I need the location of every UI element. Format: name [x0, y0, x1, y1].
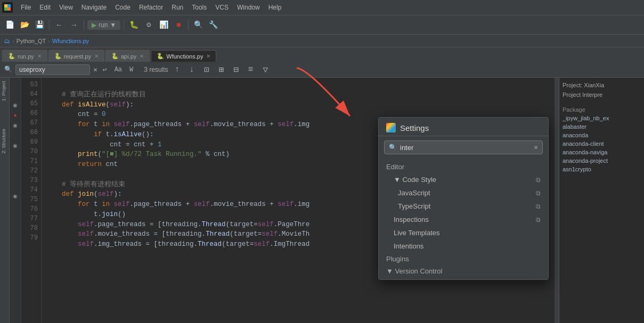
tab-api-py[interactable]: 🐍 api.py ✕ — [105, 50, 150, 62]
gutter-75 — [10, 201, 21, 211]
search-everywhere-button[interactable]: 🔍 — [192, 19, 205, 31]
settings-button[interactable]: 🔧 — [207, 19, 219, 31]
gutter: ◉ ● ◉ ◉ ◉ — [10, 78, 21, 323]
line-numbers: 63 64 65 66 67 68 69 70 71 72 73 74 75 7… — [21, 78, 42, 323]
tab-request-close[interactable]: ✕ — [94, 53, 99, 59]
run-button[interactable]: ▶ run ▼ — [87, 20, 120, 30]
back-button[interactable]: ← — [53, 19, 66, 31]
tab-api-close[interactable]: ✕ — [140, 53, 144, 59]
search-icon: 🔍 — [389, 144, 397, 152]
menu-edit[interactable]: Edit — [36, 3, 54, 12]
find-opt2[interactable]: ⊟ — [230, 63, 242, 76]
find-word[interactable]: W — [127, 65, 135, 74]
find-opt1[interactable]: ⊞ — [215, 63, 227, 76]
tab-run-py[interactable]: 🐍 run.py ✕ — [2, 50, 47, 62]
pkg-anaconda[interactable]: anaconda — [563, 131, 641, 139]
separator-3 — [124, 20, 124, 30]
run-dropdown-icon: ▼ — [110, 21, 116, 29]
gutter-72 — [10, 171, 21, 181]
menu-navigate[interactable]: Navigate — [78, 3, 110, 12]
find-filter[interactable]: ▽ — [259, 63, 271, 76]
pkg-asn1crypto[interactable]: asn1crypto — [563, 165, 641, 173]
gutter-71 — [10, 161, 21, 171]
gutter-65: ◉ — [10, 100, 21, 110]
menu-vcs[interactable]: VCS — [211, 3, 232, 12]
menu-help[interactable]: Help — [265, 3, 286, 12]
find-prev[interactable]: ↑ — [172, 64, 183, 76]
tab-run-close[interactable]: ✕ — [37, 53, 42, 59]
pkg-ipyw[interactable]: _ipyw_jlab_nb_ex — [563, 114, 641, 122]
pkg-anaconda-naviga[interactable]: anaconda-naviga — [563, 148, 641, 156]
search-clear-icon[interactable]: ✕ — [534, 143, 538, 152]
javascript-label: JavaScript — [398, 189, 430, 197]
new-file-button[interactable]: 📄 — [3, 19, 16, 31]
find-clear[interactable]: ✕ — [93, 65, 97, 74]
menu-code[interactable]: Code — [111, 3, 134, 12]
menu-window[interactable]: Window — [233, 3, 264, 12]
settings-intentions[interactable]: Intentions — [379, 239, 548, 253]
bc-sep-1: › — [12, 38, 14, 44]
menu-view[interactable]: View — [55, 3, 77, 12]
gutter-69: ◉ — [10, 140, 21, 151]
pkg-alabaster[interactable]: alabaster — [563, 122, 641, 131]
stop-button[interactable]: ■ — [172, 19, 185, 31]
breadcrumb-file[interactable]: Wfunctions.py — [52, 38, 89, 44]
separator-2 — [84, 20, 84, 30]
gutter-66: ● — [10, 110, 21, 120]
settings-title-bar: Settings — [379, 118, 548, 136]
coverage-button[interactable]: ⚙ — [142, 19, 155, 31]
find-regex[interactable]: ↩ — [101, 64, 109, 75]
live-templates-label: Live Templates — [394, 229, 439, 237]
tab-request-py[interactable]: 🐍 request.py ✕ — [48, 50, 104, 62]
left-sidebar: 1: Project 2: Structure — [0, 78, 10, 323]
separator-1 — [49, 20, 50, 30]
breadcrumb-project[interactable]: 🗂 — [4, 38, 10, 44]
find-input[interactable] — [15, 64, 90, 75]
code-style-label: ▼ Code Style — [394, 176, 436, 184]
gutter-73 — [10, 181, 21, 191]
debug-button[interactable]: 🐛 — [127, 19, 140, 31]
sidebar-structure[interactable]: 2: Structure — [0, 126, 9, 157]
run-label: run — [99, 21, 108, 29]
gutter-70 — [10, 151, 21, 161]
menu-refactor[interactable]: Refactor — [135, 3, 167, 12]
save-button[interactable]: 💾 — [33, 19, 46, 31]
find-next[interactable]: ↓ — [186, 64, 198, 76]
open-button[interactable]: 📂 — [18, 19, 31, 31]
settings-inspections[interactable]: Inspections ⧉ — [379, 213, 548, 226]
settings-typescript[interactable]: TypeScript ⧉ — [379, 200, 548, 213]
profile-button[interactable]: 📊 — [157, 19, 170, 31]
editor-scrollbar[interactable] — [555, 78, 559, 323]
tab-wfunctions-py[interactable]: 🐍 Wfunctions.py ✕ — [151, 50, 216, 62]
pkg-anaconda-client[interactable]: anaconda-client — [563, 139, 641, 148]
menu-run[interactable]: Run — [168, 3, 187, 12]
find-case[interactable]: Aa — [112, 65, 124, 74]
pkg-anaconda-project[interactable]: anaconda-project — [563, 156, 641, 165]
breadcrumb-python-qt[interactable]: Python_QT — [17, 38, 46, 44]
settings-vc-section: ▼ Version Control — [379, 265, 548, 277]
settings-search-input[interactable] — [400, 144, 531, 152]
settings-live-templates[interactable]: Live Templates — [379, 226, 548, 239]
settings-list: Editor ▼ Code Style ⧉ JavaScript ⧉ TypeS… — [379, 159, 548, 279]
settings-code-style[interactable]: ▼ Code Style ⧉ — [379, 173, 548, 186]
bc-sep-2: › — [48, 38, 50, 44]
forward-button[interactable]: → — [68, 19, 80, 31]
tab-wfunctions-icon: 🐍 — [157, 53, 164, 60]
typescript-icon: ⧉ — [536, 203, 541, 210]
gutter-68 — [10, 130, 21, 140]
tab-bar: 🐍 run.py ✕ 🐍 request.py ✕ 🐍 api.py ✕ 🐍 W… — [0, 47, 644, 62]
breadcrumb: 🗂 › Python_QT › Wfunctions.py — [0, 34, 644, 47]
settings-javascript[interactable]: JavaScript ⧉ — [379, 186, 548, 200]
menu-bar: File Edit View Navigate Code Refactor Ru… — [0, 0, 644, 15]
tab-wfunctions-close[interactable]: ✕ — [206, 53, 210, 59]
find-close2[interactable]: ⊡ — [201, 63, 213, 76]
find-opt3[interactable]: ≡ — [245, 64, 257, 76]
tab-run-label: run.py — [18, 53, 34, 60]
code-line-64: # 查询正在运行的线程数目 — [46, 90, 550, 100]
tab-wfunctions-label: Wfunctions.py — [166, 53, 203, 60]
menu-file[interactable]: File — [17, 3, 35, 12]
typescript-label: TypeScript — [398, 202, 430, 210]
sidebar-project[interactable]: 1: Project — [0, 78, 9, 104]
menu-tools[interactable]: Tools — [188, 3, 210, 12]
right-title-1: Project: XianXia — [563, 82, 641, 88]
